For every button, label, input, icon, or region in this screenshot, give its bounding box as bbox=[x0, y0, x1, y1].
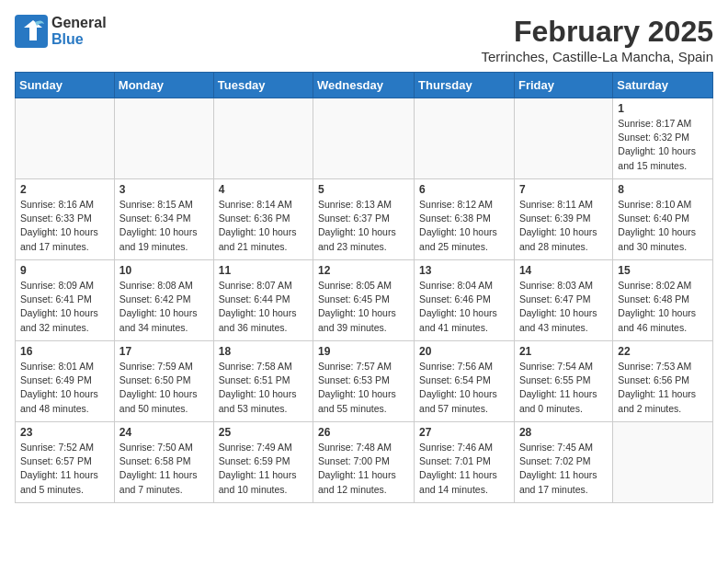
day-info: Sunrise: 7:50 AM Sunset: 6:58 PM Dayligh… bbox=[119, 441, 209, 497]
day-info: Sunrise: 8:11 AM Sunset: 6:39 PM Dayligh… bbox=[519, 198, 608, 254]
day-info: Sunrise: 7:58 AM Sunset: 6:51 PM Dayligh… bbox=[219, 360, 308, 416]
weekday-header-saturday: Saturday bbox=[613, 73, 713, 98]
calendar-cell: 16Sunrise: 8:01 AM Sunset: 6:49 PM Dayli… bbox=[16, 341, 115, 422]
day-number: 14 bbox=[519, 264, 608, 277]
calendar-cell: 20Sunrise: 7:56 AM Sunset: 6:54 PM Dayli… bbox=[415, 341, 515, 422]
calendar-cell bbox=[514, 98, 612, 179]
day-info: Sunrise: 7:48 AM Sunset: 7:00 PM Dayligh… bbox=[318, 441, 409, 497]
logo: General Blue bbox=[15, 15, 107, 48]
calendar-cell: 11Sunrise: 8:07 AM Sunset: 6:44 PM Dayli… bbox=[213, 260, 313, 341]
day-number: 13 bbox=[419, 264, 509, 277]
month-year: February 2025 bbox=[481, 15, 713, 49]
day-number: 10 bbox=[119, 264, 209, 277]
title-section: February 2025 Terrinches, Castille-La Ma… bbox=[481, 15, 713, 64]
calendar-cell: 8Sunrise: 8:10 AM Sunset: 6:40 PM Daylig… bbox=[613, 179, 713, 260]
day-number: 4 bbox=[219, 183, 308, 196]
calendar-cell: 10Sunrise: 8:08 AM Sunset: 6:42 PM Dayli… bbox=[114, 260, 213, 341]
logo-name: General Blue bbox=[51, 15, 107, 47]
calendar-cell bbox=[16, 98, 115, 179]
week-row-5: 23Sunrise: 7:52 AM Sunset: 6:57 PM Dayli… bbox=[16, 422, 713, 503]
calendar-cell bbox=[613, 422, 713, 503]
calendar-cell bbox=[213, 98, 313, 179]
day-info: Sunrise: 8:02 AM Sunset: 6:48 PM Dayligh… bbox=[618, 279, 708, 335]
day-number: 9 bbox=[20, 264, 109, 277]
calendar-cell: 3Sunrise: 8:15 AM Sunset: 6:34 PM Daylig… bbox=[114, 179, 213, 260]
day-number: 23 bbox=[20, 426, 109, 439]
day-info: Sunrise: 8:03 AM Sunset: 6:47 PM Dayligh… bbox=[519, 279, 608, 335]
day-number: 18 bbox=[219, 345, 308, 358]
day-info: Sunrise: 8:08 AM Sunset: 6:42 PM Dayligh… bbox=[119, 279, 209, 335]
calendar-cell: 23Sunrise: 7:52 AM Sunset: 6:57 PM Dayli… bbox=[16, 422, 115, 503]
day-number: 6 bbox=[419, 183, 509, 196]
calendar-cell: 4Sunrise: 8:14 AM Sunset: 6:36 PM Daylig… bbox=[213, 179, 313, 260]
day-info: Sunrise: 8:10 AM Sunset: 6:40 PM Dayligh… bbox=[618, 198, 708, 254]
day-info: Sunrise: 8:09 AM Sunset: 6:41 PM Dayligh… bbox=[20, 279, 109, 335]
weekday-header-friday: Friday bbox=[514, 73, 612, 98]
calendar-cell: 26Sunrise: 7:48 AM Sunset: 7:00 PM Dayli… bbox=[313, 422, 415, 503]
logo-icon bbox=[15, 15, 48, 48]
week-row-1: 1Sunrise: 8:17 AM Sunset: 6:32 PM Daylig… bbox=[16, 98, 713, 179]
day-info: Sunrise: 8:15 AM Sunset: 6:34 PM Dayligh… bbox=[119, 198, 209, 254]
day-number: 5 bbox=[318, 183, 409, 196]
logo-general: General bbox=[51, 15, 107, 31]
day-info: Sunrise: 8:01 AM Sunset: 6:49 PM Dayligh… bbox=[20, 360, 109, 416]
weekday-header-wednesday: Wednesday bbox=[313, 73, 415, 98]
calendar-cell: 5Sunrise: 8:13 AM Sunset: 6:37 PM Daylig… bbox=[313, 179, 415, 260]
header: General Blue February 2025 Terrinches, C… bbox=[15, 15, 713, 64]
calendar-cell: 2Sunrise: 8:16 AM Sunset: 6:33 PM Daylig… bbox=[16, 179, 115, 260]
day-number: 16 bbox=[20, 345, 109, 358]
calendar-cell: 17Sunrise: 7:59 AM Sunset: 6:50 PM Dayli… bbox=[114, 341, 213, 422]
day-number: 2 bbox=[20, 183, 109, 196]
weekday-header-row: SundayMondayTuesdayWednesdayThursdayFrid… bbox=[16, 73, 713, 98]
day-info: Sunrise: 8:14 AM Sunset: 6:36 PM Dayligh… bbox=[219, 198, 308, 254]
calendar-cell: 25Sunrise: 7:49 AM Sunset: 6:59 PM Dayli… bbox=[213, 422, 313, 503]
calendar-cell bbox=[313, 98, 415, 179]
logo-blue: Blue bbox=[51, 31, 107, 48]
calendar-cell: 27Sunrise: 7:46 AM Sunset: 7:01 PM Dayli… bbox=[415, 422, 515, 503]
day-number: 25 bbox=[219, 426, 308, 439]
day-info: Sunrise: 8:07 AM Sunset: 6:44 PM Dayligh… bbox=[219, 279, 308, 335]
calendar: SundayMondayTuesdayWednesdayThursdayFrid… bbox=[15, 72, 713, 503]
calendar-cell: 9Sunrise: 8:09 AM Sunset: 6:41 PM Daylig… bbox=[16, 260, 115, 341]
week-row-3: 9Sunrise: 8:09 AM Sunset: 6:41 PM Daylig… bbox=[16, 260, 713, 341]
calendar-cell: 22Sunrise: 7:53 AM Sunset: 6:56 PM Dayli… bbox=[613, 341, 713, 422]
location: Terrinches, Castille-La Mancha, Spain bbox=[481, 49, 713, 64]
calendar-cell bbox=[114, 98, 213, 179]
day-info: Sunrise: 7:45 AM Sunset: 7:02 PM Dayligh… bbox=[519, 441, 608, 497]
day-info: Sunrise: 7:56 AM Sunset: 6:54 PM Dayligh… bbox=[419, 360, 509, 416]
weekday-header-sunday: Sunday bbox=[16, 73, 115, 98]
day-info: Sunrise: 7:54 AM Sunset: 6:55 PM Dayligh… bbox=[519, 360, 608, 416]
calendar-cell bbox=[415, 98, 515, 179]
day-info: Sunrise: 7:49 AM Sunset: 6:59 PM Dayligh… bbox=[219, 441, 308, 497]
calendar-cell: 15Sunrise: 8:02 AM Sunset: 6:48 PM Dayli… bbox=[613, 260, 713, 341]
day-number: 27 bbox=[419, 426, 509, 439]
day-info: Sunrise: 8:05 AM Sunset: 6:45 PM Dayligh… bbox=[318, 279, 409, 335]
calendar-cell: 6Sunrise: 8:12 AM Sunset: 6:38 PM Daylig… bbox=[415, 179, 515, 260]
calendar-cell: 18Sunrise: 7:58 AM Sunset: 6:51 PM Dayli… bbox=[213, 341, 313, 422]
calendar-cell: 21Sunrise: 7:54 AM Sunset: 6:55 PM Dayli… bbox=[514, 341, 612, 422]
day-number: 28 bbox=[519, 426, 608, 439]
calendar-cell: 24Sunrise: 7:50 AM Sunset: 6:58 PM Dayli… bbox=[114, 422, 213, 503]
week-row-2: 2Sunrise: 8:16 AM Sunset: 6:33 PM Daylig… bbox=[16, 179, 713, 260]
day-number: 24 bbox=[119, 426, 209, 439]
day-info: Sunrise: 7:57 AM Sunset: 6:53 PM Dayligh… bbox=[318, 360, 409, 416]
week-row-4: 16Sunrise: 8:01 AM Sunset: 6:49 PM Dayli… bbox=[16, 341, 713, 422]
calendar-cell: 12Sunrise: 8:05 AM Sunset: 6:45 PM Dayli… bbox=[313, 260, 415, 341]
day-number: 11 bbox=[219, 264, 308, 277]
weekday-header-tuesday: Tuesday bbox=[213, 73, 313, 98]
day-number: 17 bbox=[119, 345, 209, 358]
day-info: Sunrise: 7:59 AM Sunset: 6:50 PM Dayligh… bbox=[119, 360, 209, 416]
day-number: 20 bbox=[419, 345, 509, 358]
calendar-cell: 14Sunrise: 8:03 AM Sunset: 6:47 PM Dayli… bbox=[514, 260, 612, 341]
day-number: 22 bbox=[618, 345, 708, 358]
day-number: 8 bbox=[618, 183, 708, 196]
day-number: 1 bbox=[618, 102, 708, 115]
calendar-cell: 13Sunrise: 8:04 AM Sunset: 6:46 PM Dayli… bbox=[415, 260, 515, 341]
day-info: Sunrise: 7:52 AM Sunset: 6:57 PM Dayligh… bbox=[20, 441, 109, 497]
calendar-cell: 28Sunrise: 7:45 AM Sunset: 7:02 PM Dayli… bbox=[514, 422, 612, 503]
weekday-header-thursday: Thursday bbox=[415, 73, 515, 98]
day-info: Sunrise: 8:17 AM Sunset: 6:32 PM Dayligh… bbox=[618, 117, 708, 173]
day-info: Sunrise: 7:46 AM Sunset: 7:01 PM Dayligh… bbox=[419, 441, 509, 497]
day-info: Sunrise: 8:12 AM Sunset: 6:38 PM Dayligh… bbox=[419, 198, 509, 254]
calendar-cell: 1Sunrise: 8:17 AM Sunset: 6:32 PM Daylig… bbox=[613, 98, 713, 179]
